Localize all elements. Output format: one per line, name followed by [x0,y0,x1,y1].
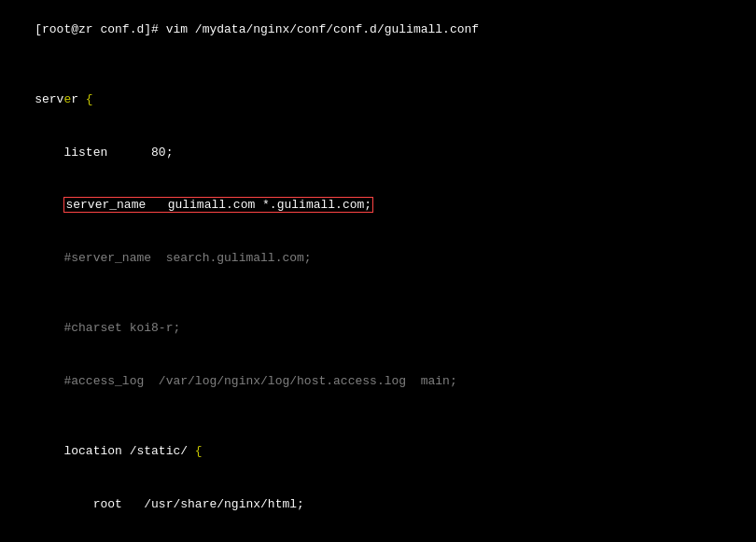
server-name-comment: #server_name search.gulimall.com; [0,232,756,285]
terminal: [root@zr conf.d]# vim /mydata/nginx/conf… [0,0,756,542]
blank-line-2 [0,285,756,303]
blank-line-3 [0,408,756,425]
blank-line-1 [0,57,756,75]
listen-directive: listen 80; [0,127,756,180]
server-name-highlight: server_name gulimall.com *.gulimall.com; [63,197,373,213]
prompt: [root@zr conf.d]# vim /mydata/nginx/conf… [35,22,479,36]
access-log-comment: #access_log /var/log/nginx/log/host.acce… [0,355,756,409]
server-name-directive: server_name gulimall.com *.gulimall.com; [0,179,756,232]
location-static-close: } [0,531,756,542]
root-static: root /usr/share/nginx/html; [0,479,756,532]
charset-comment: #charset koi8-r; [0,302,756,355]
location-static-open: location /static/ { [0,425,756,479]
command-line: [root@zr conf.d]# vim /mydata/nginx/conf… [0,4,756,57]
server-block-open: server { [0,74,756,127]
